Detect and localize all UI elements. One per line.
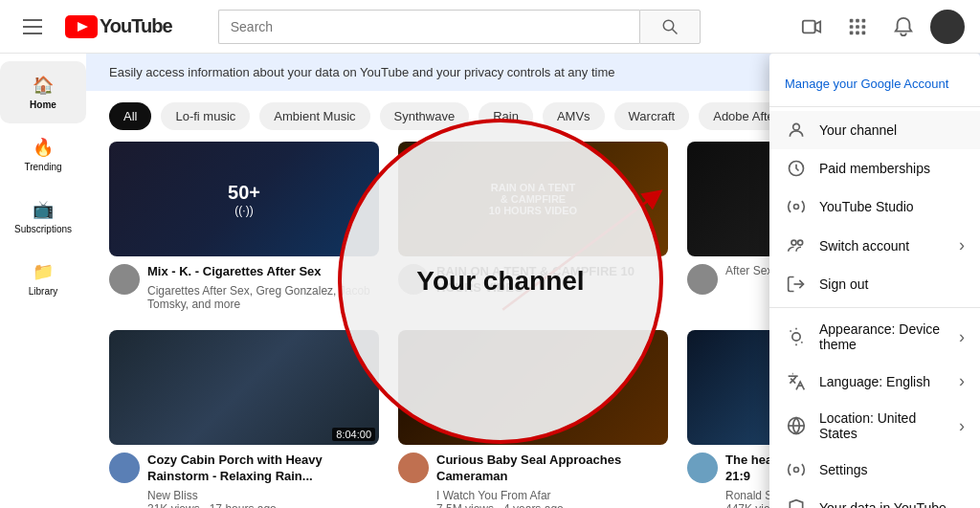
youtube-logo-icon bbox=[65, 15, 98, 38]
video-info-1: Mix - K. - Cigarettes After Sex Cigarett… bbox=[109, 256, 379, 311]
video-thumb-4: 8:04:00 bbox=[109, 330, 379, 445]
svg-rect-10 bbox=[856, 25, 859, 29]
dropdown-item-switch-account[interactable]: Switch account › bbox=[769, 226, 980, 265]
video-info-5: Curious Baby Seal Approaches Cameraman I… bbox=[398, 445, 668, 508]
video-details-5: Curious Baby Seal Approaches Cameraman I… bbox=[436, 453, 668, 508]
channel-avatar-2 bbox=[398, 264, 429, 295]
apps-button[interactable] bbox=[838, 8, 877, 46]
channel-avatar-4 bbox=[109, 453, 140, 483]
filter-chip-lofi[interactable]: Lo-fi music bbox=[161, 102, 250, 130]
channel-avatar-1 bbox=[109, 264, 140, 295]
dropdown-item-location[interactable]: Location: United States › bbox=[769, 401, 980, 451]
video-card-4[interactable]: 8:04:00 Cozy Cabin Porch with Heavy Rain… bbox=[109, 330, 379, 508]
hamburger-menu[interactable] bbox=[15, 11, 50, 42]
video-channel-1: Cigarettes After Sex, Greg Gonzalez, Jac… bbox=[147, 284, 379, 311]
video-card-5[interactable]: Curious Baby Seal Approaches Cameraman I… bbox=[398, 330, 668, 508]
video-title-4: Cozy Cabin Porch with Heavy Rainstorm - … bbox=[147, 453, 379, 485]
settings-icon bbox=[785, 460, 808, 479]
svg-point-19 bbox=[798, 240, 803, 245]
svg-rect-11 bbox=[862, 25, 866, 29]
dropdown-label-sign-out: Sign out bbox=[819, 276, 965, 292]
video-card-2[interactable]: RAIN ON A TENT& CAMPFIRE10 HOURS VIDEO R… bbox=[398, 142, 668, 311]
dropdown-item-youtube-studio[interactable]: YouTube Studio bbox=[769, 188, 980, 226]
video-meta-5: 7.5M views · 4 years ago bbox=[436, 502, 668, 508]
video-channel-4: New Bliss bbox=[147, 489, 379, 502]
search-button[interactable] bbox=[639, 10, 701, 44]
youtube-studio-icon bbox=[785, 197, 808, 216]
filter-chip-rain[interactable]: Rain bbox=[479, 102, 533, 130]
video-info-4: Cozy Cabin Porch with Heavy Rainstorm - … bbox=[109, 445, 379, 508]
svg-point-2 bbox=[663, 20, 674, 31]
dropdown-label-youtube-studio: YouTube Studio bbox=[819, 199, 965, 214]
dropdown-header: Manage your Google Account bbox=[769, 61, 980, 107]
dropdown-item-settings[interactable]: Settings bbox=[769, 451, 980, 489]
avatar[interactable] bbox=[930, 10, 965, 44]
dropdown-item-your-data[interactable]: Your data in YouTube bbox=[769, 489, 980, 508]
svg-rect-9 bbox=[850, 25, 854, 29]
sidebar-label-subscriptions: Subscriptions bbox=[14, 224, 72, 234]
svg-rect-13 bbox=[856, 31, 859, 34]
dropdown-label-switch-account: Switch account bbox=[819, 238, 947, 254]
search-icon bbox=[661, 18, 679, 35]
divider-1 bbox=[769, 307, 980, 308]
youtube-wordmark: YouTube bbox=[100, 15, 172, 37]
channel-avatar-6 bbox=[687, 453, 718, 483]
svg-line-25 bbox=[801, 342, 802, 342]
video-thumb-1: 50+ ((·)) bbox=[109, 142, 379, 256]
video-card-1[interactable]: 50+ ((·)) Mix - K. - Cigarettes After Se… bbox=[109, 142, 379, 311]
video-details-1: Mix - K. - Cigarettes After Sex Cigarett… bbox=[147, 264, 379, 311]
filter-chip-warcraft[interactable]: Warcraft bbox=[614, 102, 690, 130]
video-channel-5: I Watch You From Afar bbox=[436, 489, 668, 502]
sign-out-icon bbox=[785, 275, 808, 294]
badge-50plus-1: 50+ ((·)) bbox=[228, 182, 260, 217]
svg-rect-7 bbox=[856, 18, 859, 22]
dropdown-item-paid-memberships[interactable]: Paid memberships bbox=[769, 149, 980, 188]
banner-text: Easily access information about your dat… bbox=[109, 65, 614, 79]
video-title-5: Curious Baby Seal Approaches Cameraman bbox=[436, 453, 668, 485]
subscriptions-icon: 📺 bbox=[33, 199, 54, 220]
sidebar-item-home[interactable]: 🏠 Home bbox=[0, 61, 86, 123]
filter-chip-all[interactable]: All bbox=[109, 102, 151, 130]
dropdown-label-your-channel: Your channel bbox=[819, 122, 965, 138]
language-icon bbox=[785, 372, 808, 391]
your-data-icon bbox=[785, 498, 808, 508]
sidebar: 🏠 Home 🔥 Trending 📺 Subscriptions 📁 Libr… bbox=[0, 54, 86, 508]
sidebar-item-trending[interactable]: 🔥 Trending bbox=[0, 123, 86, 186]
notifications-button[interactable] bbox=[884, 8, 923, 46]
dropdown-item-your-channel[interactable]: Your channel bbox=[769, 111, 980, 149]
youtube-logo[interactable]: YouTube bbox=[65, 15, 172, 38]
dropdown-label-location: Location: United States bbox=[819, 410, 947, 441]
video-title-1: Mix - K. - Cigarettes After Sex bbox=[147, 264, 379, 280]
filter-chip-ambient[interactable]: Ambient Music bbox=[259, 102, 369, 130]
video-details-2: RAIN ON A TENT & CAMPFIRE 10 HOURS VIDEO bbox=[436, 264, 668, 300]
dropdown-item-appearance[interactable]: Appearance: Device theme › bbox=[769, 312, 980, 362]
svg-point-21 bbox=[792, 333, 800, 341]
svg-point-18 bbox=[791, 240, 796, 245]
filter-chip-amvs[interactable]: AMVs bbox=[543, 102, 605, 130]
create-button[interactable] bbox=[792, 8, 831, 46]
sidebar-item-library[interactable]: 📁 Library bbox=[0, 248, 86, 310]
svg-marker-5 bbox=[815, 21, 821, 32]
search-bar bbox=[218, 10, 701, 44]
manage-google-account-link[interactable]: Manage your Google Account bbox=[785, 77, 965, 91]
filter-chip-synthwave[interactable]: Synthwave bbox=[380, 102, 470, 130]
paid-memberships-icon bbox=[785, 159, 808, 178]
duration-4: 8:04:00 bbox=[332, 428, 375, 441]
sidebar-label-home: Home bbox=[30, 99, 56, 110]
svg-point-17 bbox=[794, 205, 799, 210]
account-dropdown: Manage your Google Account Your channel … bbox=[769, 54, 980, 508]
header-left: YouTube bbox=[15, 11, 172, 42]
dropdown-label-paid-memberships: Paid memberships bbox=[819, 161, 965, 176]
sidebar-item-subscriptions[interactable]: 📺 Subscriptions bbox=[0, 186, 86, 248]
location-arrow: › bbox=[959, 416, 965, 436]
home-icon: 🏠 bbox=[33, 75, 54, 96]
search-input[interactable] bbox=[218, 10, 639, 44]
video-title-2: RAIN ON A TENT & CAMPFIRE 10 HOURS VIDEO bbox=[436, 264, 668, 297]
dropdown-item-language[interactable]: Language: English › bbox=[769, 362, 980, 401]
svg-line-24 bbox=[791, 331, 791, 332]
bell-icon bbox=[893, 16, 914, 37]
switch-account-arrow: › bbox=[959, 235, 965, 255]
dropdown-item-sign-out[interactable]: Sign out bbox=[769, 265, 980, 303]
svg-rect-6 bbox=[850, 18, 854, 22]
appearance-icon bbox=[785, 327, 808, 346]
